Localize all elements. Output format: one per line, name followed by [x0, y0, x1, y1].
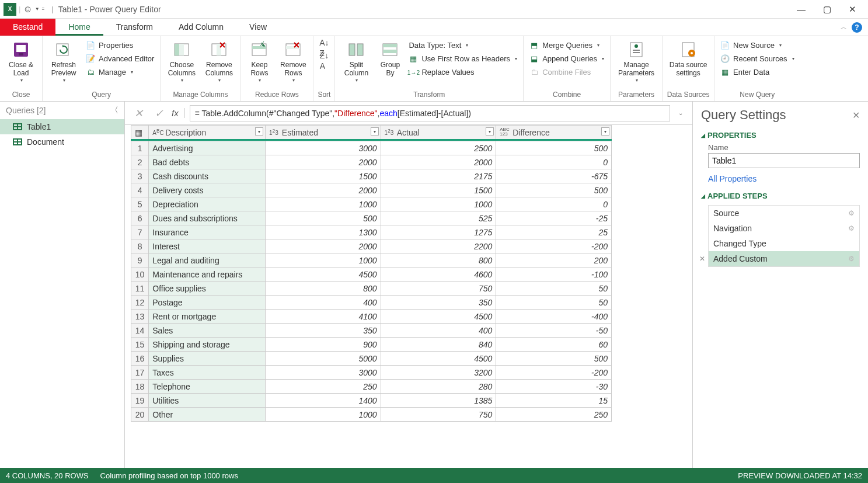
choose-columns-button[interactable]: Choose Columns▾: [164, 40, 199, 83]
row-number[interactable]: 1: [131, 141, 149, 155]
properties-button[interactable]: 📄Properties: [83, 40, 156, 52]
cell-estimated[interactable]: 2000: [265, 155, 381, 169]
cell-description[interactable]: Cash discounts: [149, 169, 266, 183]
cell-difference[interactable]: 25: [496, 225, 612, 239]
cell-difference[interactable]: 15: [496, 394, 612, 408]
cell-estimated[interactable]: 1000: [265, 408, 381, 422]
row-number[interactable]: 14: [131, 324, 149, 338]
step-source[interactable]: Source⚙: [709, 206, 859, 221]
cell-estimated[interactable]: 1000: [265, 253, 381, 267]
table-row[interactable]: 5 Depreciation 1000 1000 0: [131, 197, 612, 211]
table-row[interactable]: 19 Utilities 1400 1385 15: [131, 394, 612, 408]
table-row[interactable]: 15 Shipping and storage 900 840 60: [131, 338, 612, 352]
cell-description[interactable]: Shipping and storage: [149, 338, 266, 352]
tab-file[interactable]: Bestand: [0, 19, 55, 36]
cell-estimated[interactable]: 1400: [265, 394, 381, 408]
column-header-actual[interactable]: 123 Actual▾: [381, 126, 496, 140]
cell-estimated[interactable]: 3000: [265, 366, 381, 380]
cell-description[interactable]: Legal and auditing: [149, 253, 266, 267]
data-type-button[interactable]: Data Type: Text▾: [406, 40, 520, 52]
close-settings-icon[interactable]: ✕: [852, 110, 860, 121]
cell-estimated[interactable]: 5000: [265, 352, 381, 366]
column-filter-icon[interactable]: ▾: [371, 127, 379, 135]
row-number[interactable]: 18: [131, 380, 149, 394]
fx-icon[interactable]: fx: [172, 108, 185, 118]
table-row[interactable]: 11 Office supplies 800 750 50: [131, 282, 612, 296]
minimize-button[interactable]: —: [797, 4, 806, 15]
cell-description[interactable]: Office supplies: [149, 282, 266, 296]
cell-estimated[interactable]: 800: [265, 282, 381, 296]
column-filter-icon[interactable]: ▾: [255, 127, 263, 135]
cell-difference[interactable]: 200: [496, 253, 612, 267]
close-and-load-button[interactable]: Close & Load▾: [4, 40, 39, 83]
cell-estimated[interactable]: 250: [265, 380, 381, 394]
step-changed-type[interactable]: Changed Type: [709, 236, 859, 251]
merge-queries-button[interactable]: ⬒Merge Queries▾: [527, 40, 606, 52]
tab-view[interactable]: View: [236, 19, 280, 36]
table-row[interactable]: 10 Maintenance and repairs 4500 4600 -10…: [131, 267, 612, 282]
cell-actual[interactable]: 2175: [381, 169, 496, 183]
column-filter-icon[interactable]: ▾: [486, 127, 494, 135]
table-row[interactable]: 2 Bad debts 2000 2000 0: [131, 155, 612, 169]
cell-difference[interactable]: 500: [496, 141, 612, 155]
cell-estimated[interactable]: 500: [265, 211, 381, 225]
append-queries-button[interactable]: ⬓Append Queries▾: [527, 53, 606, 65]
queries-item-document[interactable]: Document: [0, 134, 124, 150]
row-number[interactable]: 12: [131, 296, 149, 310]
cell-difference[interactable]: -30: [496, 380, 612, 394]
collapse-section-icon[interactable]: ◢: [701, 193, 705, 199]
replace-values-button[interactable]: 1→2Replace Values: [406, 67, 520, 79]
row-number[interactable]: 19: [131, 394, 149, 408]
cell-actual[interactable]: 2000: [381, 155, 496, 169]
data-source-settings-button[interactable]: Data source settings: [666, 40, 710, 78]
cell-difference[interactable]: -50: [496, 324, 612, 338]
table-row[interactable]: 6 Dues and subscriptions 500 525 -25: [131, 211, 612, 225]
cell-estimated[interactable]: 1300: [265, 225, 381, 239]
gear-icon[interactable]: ⚙: [848, 209, 855, 217]
cell-actual[interactable]: 4500: [381, 310, 496, 324]
qat-customize-icon[interactable]: ≡: [42, 6, 45, 12]
cell-actual[interactable]: 280: [381, 380, 496, 394]
sort-desc-button[interactable]: Z↓A: [317, 55, 331, 67]
table-row[interactable]: 4 Delivery costs 2000 1500 500: [131, 183, 612, 197]
cell-estimated[interactable]: 1500: [265, 169, 381, 183]
column-header-description[interactable]: ABC Description▾: [149, 126, 266, 140]
advanced-editor-button[interactable]: 📝Advanced Editor: [83, 53, 156, 65]
cell-estimated[interactable]: 2000: [265, 183, 381, 197]
row-number[interactable]: 2: [131, 155, 149, 169]
cell-description[interactable]: Insurance: [149, 225, 266, 239]
formula-cancel-icon[interactable]: ✕: [131, 107, 147, 120]
all-properties-link[interactable]: All Properties: [708, 174, 860, 183]
query-name-input[interactable]: [708, 153, 860, 168]
cell-description[interactable]: Advertising: [149, 141, 266, 155]
cell-difference[interactable]: -400: [496, 310, 612, 324]
close-button[interactable]: ✕: [849, 4, 856, 15]
table-row[interactable]: 1 Advertising 3000 2500 500: [131, 141, 612, 155]
tab-add-column[interactable]: Add Column: [166, 19, 236, 36]
row-number[interactable]: 5: [131, 197, 149, 211]
cell-difference[interactable]: 500: [496, 352, 612, 366]
cell-estimated[interactable]: 2000: [265, 239, 381, 253]
enter-data-button[interactable]: ▦Enter Data: [718, 67, 797, 79]
cell-difference[interactable]: 0: [496, 197, 612, 211]
cell-description[interactable]: Sales: [149, 324, 266, 338]
step-navigation[interactable]: Navigation⚙: [709, 221, 859, 236]
cell-description[interactable]: Taxes: [149, 366, 266, 380]
row-number[interactable]: 16: [131, 352, 149, 366]
row-number[interactable]: 10: [131, 267, 149, 282]
cell-description[interactable]: Other: [149, 408, 266, 422]
cell-description[interactable]: Postage: [149, 296, 266, 310]
tab-home[interactable]: Home: [55, 19, 103, 36]
cell-actual[interactable]: 350: [381, 296, 496, 310]
table-row[interactable]: 9 Legal and auditing 1000 800 200: [131, 253, 612, 267]
maximize-button[interactable]: ▢: [823, 4, 831, 15]
cell-actual[interactable]: 4500: [381, 352, 496, 366]
tab-transform[interactable]: Transform: [103, 19, 166, 36]
cell-difference[interactable]: 50: [496, 296, 612, 310]
queries-item-table1[interactable]: Table1: [0, 119, 124, 134]
cell-description[interactable]: Supplies: [149, 352, 266, 366]
use-first-row-button[interactable]: ▦Use First Row as Headers▾: [406, 53, 520, 65]
qat-dropdown-icon[interactable]: ▼: [35, 6, 40, 12]
cell-description[interactable]: Maintenance and repairs: [149, 267, 266, 282]
help-icon[interactable]: ?: [852, 22, 862, 33]
